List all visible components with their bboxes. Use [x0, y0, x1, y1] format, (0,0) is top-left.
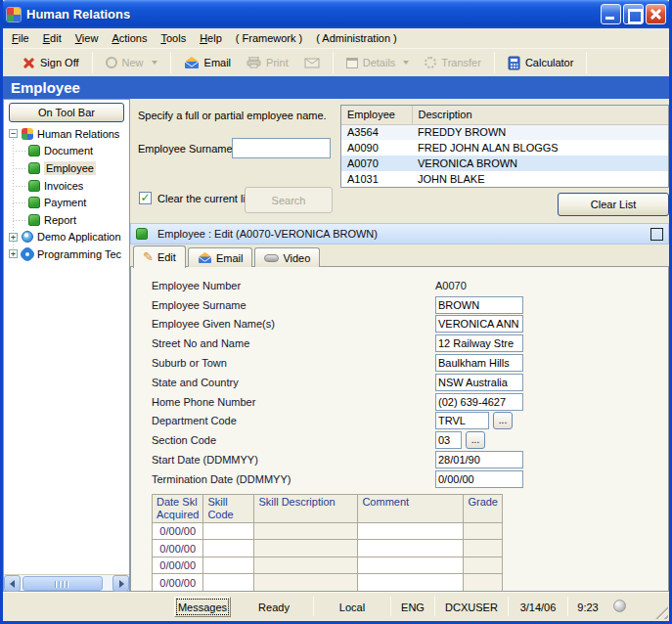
date-acquired-cell[interactable]: 0/00/00 — [153, 540, 203, 557]
employee-row[interactable]: A0090 FRED JOHN ALAN BLOGGS — [341, 140, 668, 156]
status-separator — [390, 597, 391, 616]
skills-row: 0/00/00 — [153, 540, 503, 557]
component-icon — [28, 197, 40, 208]
tree-item-employee[interactable]: Employee — [4, 159, 129, 177]
employee-number-value: A0070 — [435, 280, 467, 291]
status-user: DCXUSER — [437, 597, 506, 617]
tree-item-invoices[interactable]: Invoices — [4, 177, 129, 195]
tree-item-document[interactable]: Document — [4, 143, 129, 160]
employee-row[interactable]: A1031 JOHN BLAKE — [341, 171, 668, 187]
comment-cell[interactable] — [358, 557, 464, 574]
date-acquired-cell[interactable]: 0/00/00 — [153, 522, 203, 540]
field-label: Department Code — [152, 415, 435, 426]
menu-help[interactable]: Help — [193, 29, 229, 47]
menu-framework[interactable]: ( Framework ) — [229, 29, 309, 47]
tree-item-demo-application[interactable]: + Demo Application — [4, 229, 129, 246]
field-label: Employee Given Name(s) — [152, 318, 435, 330]
menu-edit[interactable]: Edit — [36, 29, 68, 47]
tab-strip: ✎ Edit Email Video — [130, 245, 669, 267]
given-names-field[interactable] — [435, 315, 523, 333]
department-browse-button[interactable]: ... — [493, 412, 513, 429]
tree-item-report[interactable]: Report — [4, 211, 129, 229]
menu-view[interactable]: View — [68, 29, 106, 47]
tree-item-human-relations[interactable]: − Human Relations — [4, 125, 129, 143]
surname-input[interactable] — [232, 138, 331, 158]
skill-code-cell[interactable] — [203, 522, 254, 540]
comment-cell[interactable] — [358, 540, 464, 557]
home-phone-field[interactable] — [435, 393, 523, 411]
menu-bar: File Edit View Actions Tools Help ( Fram… — [3, 28, 669, 48]
collapse-icon[interactable]: − — [9, 129, 18, 138]
clear-list-button[interactable]: Clear List — [558, 193, 669, 216]
field-label: Home Phone Number — [152, 396, 435, 408]
section-code-field[interactable] — [435, 431, 462, 449]
sidebar-horizontal-scrollbar[interactable] — [4, 574, 129, 591]
panel-maximize-icon[interactable] — [650, 228, 663, 241]
menu-actions[interactable]: Actions — [105, 29, 154, 47]
tab-edit[interactable]: ✎ Edit — [133, 245, 186, 268]
minimize-button[interactable] — [601, 4, 621, 24]
employee-row[interactable]: A3564 FREDDY BROWN — [341, 124, 668, 140]
expand-icon[interactable]: + — [9, 233, 18, 242]
skill-code-cell[interactable] — [203, 540, 254, 557]
state-country-field[interactable] — [435, 374, 523, 391]
new-button: New — [98, 51, 165, 74]
status-language: ENG — [393, 597, 432, 617]
employee-form: Employee Number A0070 Employee Surname E… — [131, 267, 668, 489]
tab-video[interactable]: Video — [254, 247, 320, 267]
field-label: Employee Number — [152, 280, 435, 291]
navigation-tree: − Human Relations Document Employee Invo… — [4, 125, 129, 263]
sidebar: On Tool Bar − Human Relations Document E… — [3, 99, 130, 592]
skill-description-cell — [254, 557, 358, 574]
tab-email[interactable]: Email — [188, 247, 253, 267]
suburb-field[interactable] — [435, 354, 523, 372]
date-acquired-cell[interactable]: 0/00/00 — [153, 574, 203, 592]
date-acquired-cell[interactable]: 0/00/00 — [153, 557, 203, 574]
menu-file[interactable]: File — [5, 29, 36, 47]
tree-item-payment[interactable]: Payment — [4, 194, 129, 211]
sign-off-button[interactable]: Sign Off — [15, 51, 87, 74]
demo-application-icon — [22, 231, 33, 243]
status-separator — [313, 597, 314, 616]
toolbar-separator — [494, 52, 495, 73]
department-code-field[interactable] — [435, 412, 489, 429]
scroll-right-arrow-icon[interactable] — [112, 575, 129, 592]
menu-tools[interactable]: Tools — [154, 29, 193, 47]
search-instruction: Specify a full or partial employee name. — [138, 110, 327, 121]
surname-field[interactable] — [435, 296, 523, 314]
close-button[interactable] — [646, 4, 666, 24]
skills-col-description: Skill Description — [254, 494, 358, 522]
app-icon — [6, 7, 22, 22]
page-title: Employee — [11, 79, 80, 96]
menu-administration[interactable]: ( Administration ) — [309, 29, 404, 47]
content-area: On Tool Bar − Human Relations Document E… — [3, 99, 669, 592]
on-tool-bar-button[interactable]: On Tool Bar — [9, 103, 124, 122]
tree-item-programming-techniques[interactable]: + Programming Tec — [4, 245, 129, 263]
email-button[interactable]: Email — [176, 51, 240, 74]
skills-col-date: Date Skl Acquired — [153, 494, 203, 522]
status-indicator-icon — [613, 600, 626, 612]
transfer-icon — [425, 57, 436, 68]
comment-cell[interactable] — [358, 574, 464, 592]
section-browse-button[interactable]: ... — [466, 431, 485, 449]
employee-column-header[interactable]: Employee — [341, 106, 412, 124]
calculator-button[interactable]: Calculator — [500, 51, 582, 74]
resize-grip[interactable] — [655, 606, 668, 619]
termination-date-field[interactable] — [435, 470, 523, 488]
start-date-field[interactable] — [435, 451, 523, 468]
employee-row-selected[interactable]: A0070 VERONICA BROWN — [341, 156, 668, 171]
maximize-button[interactable] — [623, 4, 644, 24]
field-label: Section Code — [152, 434, 435, 446]
comment-cell[interactable] — [358, 522, 464, 540]
skill-code-cell[interactable] — [203, 557, 254, 574]
street-field[interactable] — [435, 334, 523, 352]
description-column-header[interactable]: Description — [412, 106, 668, 124]
status-connection: Local — [316, 597, 388, 617]
clear-list-checkbox[interactable]: ✓ — [139, 192, 152, 204]
scrollbar-thumb[interactable] — [22, 576, 103, 591]
skill-code-cell[interactable] — [203, 574, 254, 592]
expand-icon[interactable]: + — [9, 249, 18, 258]
toolbar-separator — [170, 52, 171, 73]
messages-button[interactable]: Messages — [174, 597, 231, 617]
scroll-left-arrow-icon[interactable] — [4, 575, 21, 592]
